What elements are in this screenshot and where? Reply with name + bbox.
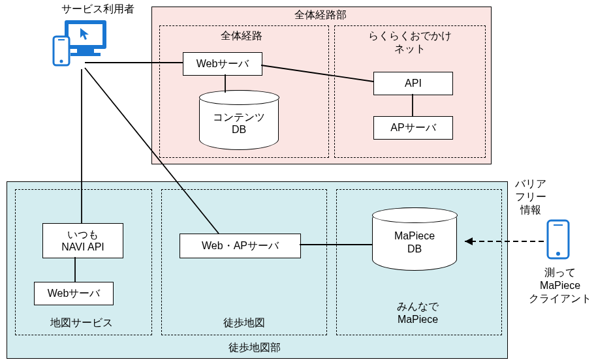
rakuraku-title: らくらくおでかけ ネット xyxy=(353,29,467,55)
section-toho-title: 徒歩地図部 xyxy=(206,341,304,354)
diagram-canvas: 全体経路部 全体経路 Webサーバ コンテンツ DB らくらくおでかけ ネット … xyxy=(0,0,596,364)
web-ap-server: Web・APサーバ xyxy=(180,234,301,258)
section-zentai-title: 全体経路部 xyxy=(262,8,379,22)
rakuraku-api: API xyxy=(373,72,453,95)
rakuraku-api-label: API xyxy=(405,77,422,89)
barrier-free-label: バリア フリー 情報 xyxy=(508,177,554,217)
user-device-icon xyxy=(51,18,110,69)
mapiece-title: みんなで MaPiece xyxy=(372,300,463,326)
svg-rect-2 xyxy=(77,48,94,53)
zentai-web-server: Webサーバ xyxy=(183,52,262,76)
navi-api: いつも NAVI API xyxy=(42,223,123,258)
client-label: 測って MaPiece クライアント xyxy=(521,266,596,305)
zentai-db-label: コンテンツ DB xyxy=(213,111,265,136)
walk-map-title: 徒歩地図 xyxy=(209,316,279,329)
map-web-server: Webサーバ xyxy=(34,282,114,305)
zentai-web-server-label: Webサーバ xyxy=(196,57,249,70)
map-service-title: 地図サービス xyxy=(33,316,131,329)
map-web-server-label: Webサーバ xyxy=(48,287,101,299)
mapiece-db-label: MaPiece DB xyxy=(394,230,435,254)
web-ap-server-label: Web・APサーバ xyxy=(202,239,279,252)
box-walk-map xyxy=(161,189,327,335)
mapiece-db: MaPiece DB xyxy=(372,207,456,269)
client-phone-icon xyxy=(545,219,571,261)
box-map-service xyxy=(15,189,152,335)
zentai-route-title: 全体経路 xyxy=(202,29,281,42)
svg-point-10 xyxy=(556,252,560,256)
rakuraku-ap-server: APサーバ xyxy=(373,116,453,140)
user-title: サービス利用者 xyxy=(49,3,147,16)
rakuraku-ap-server-label: APサーバ xyxy=(390,121,435,134)
svg-point-7 xyxy=(60,60,63,63)
zentai-db: コンテンツ DB xyxy=(199,90,277,149)
navi-api-label: いつも NAVI API xyxy=(61,228,104,253)
svg-rect-3 xyxy=(71,53,101,56)
